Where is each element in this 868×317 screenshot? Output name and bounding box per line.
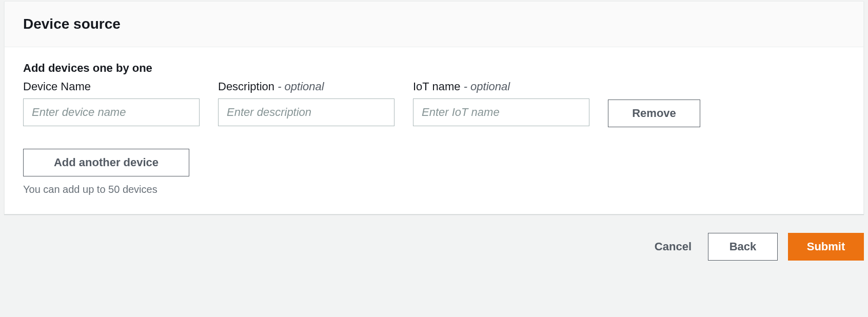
device-name-input[interactable] (23, 98, 200, 126)
iot-name-label: IoT name - optional (413, 80, 589, 93)
action-row: Cancel Back Submit (0, 214, 868, 261)
panel-body: Add devices one by one Device Name Descr… (5, 47, 863, 214)
panel-title: Device source (23, 16, 845, 32)
add-another-device-button[interactable]: Add another device (23, 149, 189, 176)
device-name-field-group: Device Name (23, 80, 200, 126)
iot-name-label-optional: - optional (461, 80, 510, 93)
panel-header: Device source (5, 2, 863, 47)
device-limit-hint: You can add up to 50 devices (23, 184, 845, 195)
device-row: Device Name Description - optional IoT n… (23, 80, 845, 127)
section-heading: Add devices one by one (23, 62, 845, 75)
iot-name-label-main: IoT name (413, 80, 461, 93)
back-button[interactable]: Back (708, 233, 778, 261)
description-field-group: Description - optional (218, 80, 394, 126)
description-label-main: Description (218, 80, 274, 93)
description-input[interactable] (218, 98, 394, 126)
remove-column: Remove (608, 80, 700, 127)
description-label-optional: - optional (274, 80, 324, 93)
remove-button[interactable]: Remove (608, 100, 700, 127)
description-label: Description - optional (218, 80, 394, 93)
submit-button[interactable]: Submit (788, 233, 864, 261)
iot-name-input[interactable] (413, 98, 589, 126)
cancel-button[interactable]: Cancel (648, 233, 698, 261)
device-source-panel: Device source Add devices one by one Dev… (4, 1, 864, 214)
device-name-label: Device Name (23, 80, 200, 93)
iot-name-field-group: IoT name - optional (413, 80, 589, 126)
